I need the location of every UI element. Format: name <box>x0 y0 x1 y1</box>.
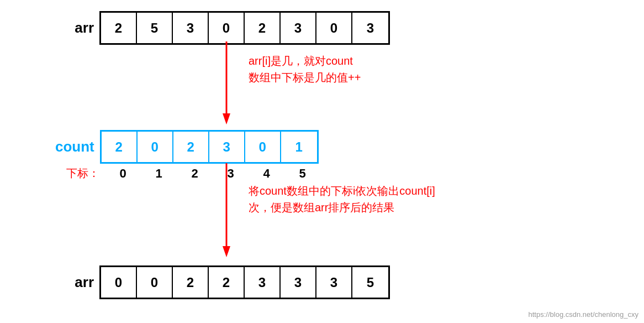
svg-marker-1 <box>223 113 230 124</box>
index-cell: 1 <box>141 166 177 181</box>
count-box: 202301 <box>100 130 319 164</box>
count-cell: 2 <box>102 132 138 162</box>
index-cell: 2 <box>177 166 213 181</box>
annotation-bottom: 将count数组中的下标i依次输出count[i] 次，便是数组arr排序后的结… <box>249 183 435 216</box>
arr-top-cell: 0 <box>316 13 352 43</box>
arr-top-cell: 3 <box>281 13 316 43</box>
index-cell: 4 <box>249 166 284 181</box>
arr-bottom-cell: 2 <box>209 267 245 298</box>
arr-top-row: arr 25302303 <box>55 11 390 45</box>
count-cell: 2 <box>173 132 209 162</box>
arr-top-cell: 3 <box>352 13 388 43</box>
arr-top-cell: 2 <box>245 13 281 43</box>
count-row: count 202301 <box>55 130 319 164</box>
arr-top-cell: 2 <box>101 13 137 43</box>
annotation-top: arr[i]是几，就对count 数组中下标是几的值++ <box>249 53 361 86</box>
arr-bottom-cell: 3 <box>245 267 281 298</box>
arr-bottom-row: arr 00223335 <box>55 265 390 299</box>
arr-top-box: 25302303 <box>99 11 390 45</box>
count-label: count <box>55 138 94 155</box>
arrow-top <box>221 41 232 127</box>
index-cell: 3 <box>213 166 249 181</box>
arr-top-label: arr <box>55 19 94 37</box>
diagram-container: arr 25302303 arr[i]是几，就对count 数组中下标是几的值+… <box>0 0 644 323</box>
arr-bottom-cell: 3 <box>316 267 352 298</box>
count-cell: 0 <box>245 132 281 162</box>
arr-bottom-cell: 0 <box>101 267 137 298</box>
arr-top-cell: 5 <box>137 13 173 43</box>
index-cells: 012345 <box>105 166 320 181</box>
svg-marker-3 <box>223 246 230 257</box>
count-cell: 3 <box>209 132 245 162</box>
arr-bottom-label: arr <box>55 274 94 291</box>
watermark: https://blog.csdn.net/chenlong_cxy <box>529 310 638 319</box>
arr-bottom-cell: 2 <box>173 267 209 298</box>
arr-bottom-cell: 5 <box>352 267 388 298</box>
index-label: 下标： <box>55 166 99 181</box>
arr-top-cell: 0 <box>209 13 245 43</box>
count-cell: 0 <box>138 132 173 162</box>
count-cell: 1 <box>281 132 317 162</box>
arr-bottom-box: 00223335 <box>99 265 390 299</box>
index-cell: 0 <box>105 166 141 181</box>
index-row: 下标： 012345 <box>55 166 320 181</box>
arr-top-cell: 3 <box>173 13 209 43</box>
arr-bottom-cell: 3 <box>281 267 316 298</box>
index-cell: 5 <box>284 166 320 181</box>
arr-bottom-cell: 0 <box>137 267 173 298</box>
